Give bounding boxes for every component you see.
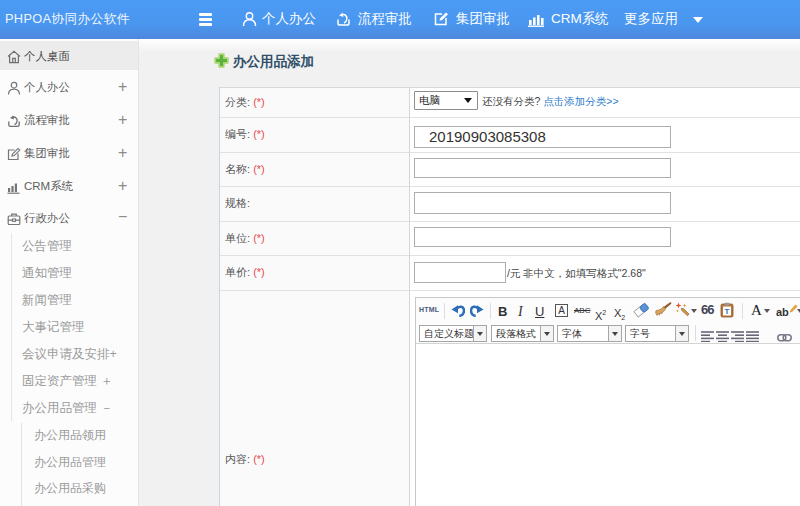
svg-text:T: T <box>725 307 730 316</box>
